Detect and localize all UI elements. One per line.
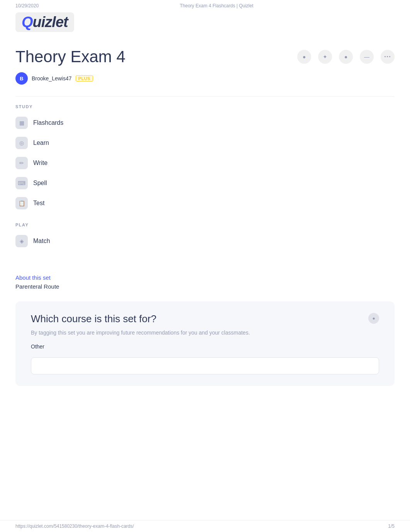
test-icon: 📋 xyxy=(15,197,28,209)
course-title: Which course is this set for? xyxy=(31,313,379,325)
write-icon: ✏ xyxy=(15,157,28,169)
more-icon[interactable]: ··· xyxy=(381,50,395,64)
flashcards-icon: ▦ xyxy=(15,117,28,129)
study-item-write[interactable]: ✏ Write xyxy=(15,153,395,173)
spell-icon: ⌨ xyxy=(15,177,28,189)
match-label: Match xyxy=(33,238,50,245)
course-option-other[interactable]: Other xyxy=(31,343,379,350)
write-label: Write xyxy=(33,160,47,167)
study-item-test[interactable]: 📋 Test xyxy=(15,193,395,213)
study-section-label: STUDY xyxy=(15,104,395,109)
play-section-label: PLAY xyxy=(15,223,395,227)
study-item-match[interactable]: ◈ Match xyxy=(15,231,395,251)
flashcards-label: Flashcards xyxy=(33,119,63,126)
study-item-spell[interactable]: ⌨ Spell xyxy=(15,173,395,193)
test-label: Test xyxy=(33,200,44,207)
title-row: Theory Exam 4 ● ✦ ● — ··· xyxy=(15,48,395,66)
about-description: Parenteral Route xyxy=(15,283,395,290)
twitter-icon[interactable]: ✦ xyxy=(318,50,332,64)
play-items-list: ◈ Match xyxy=(15,231,395,251)
divider-1 xyxy=(15,96,395,97)
match-icon: ◈ xyxy=(15,235,28,247)
facebook-icon[interactable]: ● xyxy=(339,50,353,64)
course-tagging-section: Which course is this set for? By tagging… xyxy=(15,301,395,386)
about-section: About this set Parenteral Route xyxy=(15,274,395,290)
username[interactable]: Brooke_Lewis47 xyxy=(32,75,72,82)
top-bar: 10/29/2020 Theory Exam 4 Flashcards | Qu… xyxy=(0,0,410,8)
learn-label: Learn xyxy=(33,139,49,146)
user-info: B Brooke_Lewis47 PLUS xyxy=(15,72,395,85)
tab-title: Theory Exam 4 Flashcards | Quizlet xyxy=(180,3,254,8)
plus-badge: PLUS xyxy=(76,75,93,82)
page-title: Theory Exam 4 xyxy=(15,48,125,66)
avatar: B xyxy=(15,72,28,85)
date-label: 10/29/2020 xyxy=(15,3,39,8)
study-item-learn[interactable]: ◎ Learn xyxy=(15,133,395,153)
logo-area: Quizlet xyxy=(0,8,410,40)
logo[interactable]: Quizlet xyxy=(15,12,74,32)
course-toggle-button[interactable]: ● xyxy=(368,313,379,324)
main-content: Theory Exam 4 ● ✦ ● — ··· B Brooke_Lewis… xyxy=(0,40,410,409)
study-items-list: ▦ Flashcards ◎ Learn ✏ Write ⌨ Spell 📋 T… xyxy=(15,113,395,213)
study-item-flashcards[interactable]: ▦ Flashcards xyxy=(15,113,395,133)
course-input-bar[interactable] xyxy=(31,357,379,374)
learn-icon: ◎ xyxy=(15,137,28,149)
spell-label: Spell xyxy=(33,180,47,187)
about-link[interactable]: About this set xyxy=(15,274,395,281)
link-icon[interactable]: — xyxy=(360,50,374,64)
action-icons: ● ✦ ● — ··· xyxy=(297,50,395,64)
course-subtitle: By tagging this set you are improving fu… xyxy=(31,330,379,336)
share-circle-icon[interactable]: ● xyxy=(297,50,311,64)
